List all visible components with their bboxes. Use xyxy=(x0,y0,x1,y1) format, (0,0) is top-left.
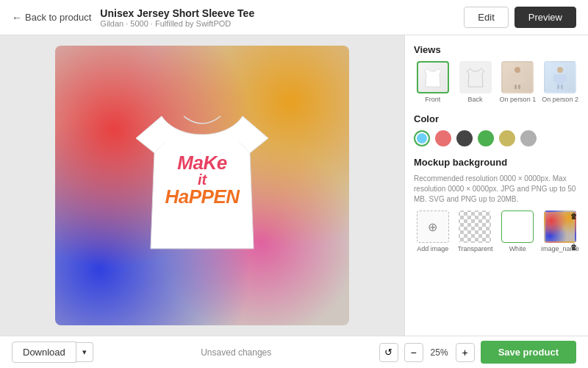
color-title: Color xyxy=(414,113,579,124)
mockup-add-thumb: ⊕ xyxy=(417,210,449,243)
header-actions: Edit Preview xyxy=(464,7,576,28)
view-thumb-front[interactable]: Front xyxy=(414,61,452,103)
mockup-white-label: White xyxy=(509,245,526,252)
back-link-label: Back to product xyxy=(25,12,91,23)
mockup-title: Mockup background xyxy=(414,157,579,168)
color-swatches xyxy=(414,130,579,146)
views-title: Views xyxy=(414,44,579,55)
view-thumb-person1-img xyxy=(501,61,534,93)
svg-rect-2 xyxy=(511,74,514,82)
svg-rect-11 xyxy=(561,85,563,89)
footer-right-controls: ↺ − 25% + Save product xyxy=(379,341,576,364)
mockup-options: ⊕ Add image Transparent White 🗑 ima xyxy=(414,210,579,252)
product-title: Unisex Jersey Short Sleeve Tee xyxy=(100,7,254,19)
mockup-white[interactable]: White xyxy=(498,210,537,252)
view-thumb-person1[interactable]: On person 1 xyxy=(499,61,537,103)
header-left: ← Back to product Unisex Jersey Short Sl… xyxy=(12,7,254,28)
view-person1-label: On person 1 xyxy=(500,96,537,103)
view-thumb-person2-img xyxy=(544,61,576,93)
product-subtitle: Gildan · 5000 · Fulfilled by SwiftPOD xyxy=(100,19,254,28)
download-button[interactable]: Download xyxy=(12,342,76,363)
back-arrow-icon: ← xyxy=(12,12,22,24)
unsaved-changes-label: Unsaved changes xyxy=(201,347,271,358)
mockup-add-label: Add image xyxy=(417,245,448,252)
svg-rect-9 xyxy=(563,74,567,82)
zoom-value: 25% xyxy=(426,347,453,358)
footer-left: Download ▾ xyxy=(12,342,93,363)
mockup-transparent[interactable]: Transparent xyxy=(456,210,495,252)
back-to-product-link[interactable]: ← Back to product xyxy=(12,12,91,24)
svg-rect-5 xyxy=(518,85,520,89)
view-thumb-back[interactable]: Back xyxy=(456,61,495,103)
footer: Download ▾ Unsaved changes ↺ − 25% + Sav… xyxy=(0,336,588,368)
mockup-image-named[interactable]: 🗑 image_name xyxy=(541,210,579,252)
view-thumb-front-img xyxy=(417,61,449,93)
mockup-description: Recommended resolution 0000 × 0000px. Ma… xyxy=(414,174,579,205)
view-back-icon xyxy=(465,65,487,90)
view-back-label: Back xyxy=(468,96,483,103)
svg-rect-4 xyxy=(514,85,517,89)
zoom-controls: − 25% + xyxy=(404,343,475,362)
svg-rect-10 xyxy=(557,85,559,89)
svg-rect-1 xyxy=(514,74,521,85)
color-section: Color xyxy=(414,113,579,146)
shirt-text: MaKe it HaPPEN xyxy=(165,153,239,206)
main-content: MaKe it HaPPEN Views Front xyxy=(0,35,588,336)
preview-button[interactable]: Preview xyxy=(514,7,576,28)
canvas-background: MaKe it HaPPEN xyxy=(55,46,349,325)
product-info: Unisex Jersey Short Sleeve Tee Gildan · … xyxy=(100,7,254,28)
header: ← Back to product Unisex Jersey Short Sl… xyxy=(0,0,588,35)
canvas-area: MaKe it HaPPEN xyxy=(0,35,404,336)
view-thumb-person2[interactable]: On person 2 xyxy=(541,61,579,103)
color-swatch-dark[interactable] xyxy=(456,130,473,146)
zoom-plus-button[interactable]: + xyxy=(456,343,475,362)
svg-rect-7 xyxy=(556,74,564,85)
svg-point-6 xyxy=(557,67,563,73)
color-swatch-red[interactable] xyxy=(435,130,451,146)
mockup-white-thumb xyxy=(501,210,534,243)
view-front-icon xyxy=(422,65,444,90)
right-panel: Views Front Back xyxy=(404,35,588,336)
color-swatch-green[interactable] xyxy=(478,130,494,146)
mockup-gradient-thumb: 🗑 xyxy=(544,210,576,243)
mockup-transparent-label: Transparent xyxy=(457,245,492,252)
footer-center: Unsaved changes xyxy=(201,347,271,358)
svg-rect-3 xyxy=(520,74,524,82)
color-swatch-blue[interactable] xyxy=(414,130,430,146)
add-icon: ⊕ xyxy=(428,220,437,234)
view-person2-label: On person 2 xyxy=(542,96,578,103)
view-person2-icon xyxy=(552,66,568,89)
reset-button[interactable]: ↺ xyxy=(379,343,398,362)
zoom-minus-button[interactable]: − xyxy=(404,343,423,362)
color-swatch-gray[interactable] xyxy=(520,130,537,146)
svg-point-0 xyxy=(514,67,520,73)
color-swatch-gold[interactable] xyxy=(499,130,515,146)
mockup-section: Mockup background Recommended resolution… xyxy=(414,157,579,252)
view-thumb-back-img xyxy=(459,61,492,93)
edit-button[interactable]: Edit xyxy=(464,7,508,28)
mockup-add-image[interactable]: ⊕ Add image xyxy=(414,210,452,252)
save-product-button[interactable]: Save product xyxy=(481,341,576,364)
mockup-transparent-thumb xyxy=(459,210,491,243)
download-dropdown-button[interactable]: ▾ xyxy=(76,342,93,362)
view-person1-icon xyxy=(509,66,526,89)
tshirt-container: MaKe it HaPPEN xyxy=(121,87,283,266)
svg-rect-8 xyxy=(553,74,557,82)
view-front-label: Front xyxy=(425,96,440,103)
views-grid: Front Back xyxy=(414,61,579,103)
